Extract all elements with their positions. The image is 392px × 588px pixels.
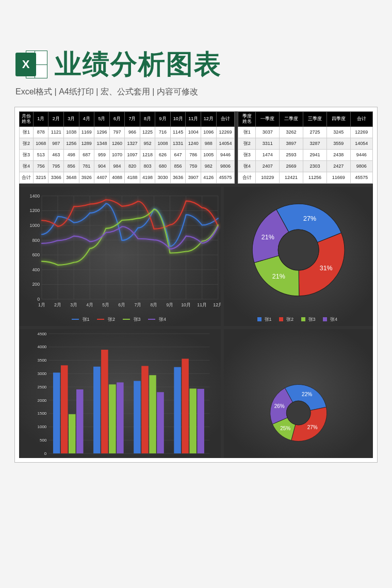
svg-rect-78 <box>182 358 189 453</box>
table-header: 4月 <box>79 112 94 127</box>
svg-rect-77 <box>174 367 181 453</box>
svg-rect-72 <box>117 382 124 453</box>
excel-icon: X <box>15 48 47 80</box>
svg-rect-75 <box>149 375 156 453</box>
table-header: 5月 <box>94 112 110 127</box>
table-row: 合计32153366364839264407408841884198303036… <box>20 172 235 183</box>
table-header: 6月 <box>109 112 125 127</box>
monthly-table: 月份 姓名1月2月3月4月5月6月7月8月9月10月11月12月合计 张1878… <box>19 111 235 184</box>
svg-text:3500: 3500 <box>38 358 47 363</box>
line-legend: 张1 张2 张3 张4 <box>19 316 221 323</box>
table-header: 2月 <box>48 112 64 127</box>
svg-text:400: 400 <box>32 267 40 272</box>
svg-rect-67 <box>69 414 76 453</box>
svg-text:500: 500 <box>40 438 47 443</box>
svg-text:800: 800 <box>32 237 40 242</box>
svg-text:8月: 8月 <box>151 302 158 307</box>
svg-text:31%: 31% <box>319 265 332 272</box>
bar-chart: 050010001500200025003000350040004500 <box>19 329 221 458</box>
svg-text:0: 0 <box>37 297 40 302</box>
table-row: 张187811211038116912967979661225716114510… <box>20 126 235 138</box>
page-title: 业绩分析图表 <box>55 46 222 83</box>
svg-text:3000: 3000 <box>38 371 47 376</box>
table-header: 9月 <box>155 112 171 127</box>
table-header: 1月 <box>33 112 48 127</box>
svg-text:12月: 12月 <box>213 302 220 307</box>
table-row: 张314742593294124389446 <box>238 149 373 160</box>
svg-rect-69 <box>93 367 101 453</box>
template-preview: 月份 姓名1月2月3月4月5月6月7月8月9月10月11月12月合计 张1878… <box>14 107 378 463</box>
svg-point-44 <box>278 230 319 270</box>
svg-text:4000: 4000 <box>38 345 47 349</box>
svg-text:11月: 11月 <box>197 302 207 307</box>
svg-rect-73 <box>134 381 141 453</box>
svg-text:600: 600 <box>32 252 40 257</box>
svg-text:22%: 22% <box>302 391 312 397</box>
table-row: 张2331138973287355914054 <box>238 138 373 149</box>
svg-point-85 <box>286 401 311 425</box>
table-header: 合计 <box>216 112 235 127</box>
table-corner: 季度 姓名 <box>238 112 256 127</box>
svg-rect-71 <box>109 384 116 453</box>
table-corner: 月份 姓名 <box>20 112 34 127</box>
table-header: 3月 <box>64 112 79 127</box>
table-header: 三季度 <box>303 112 326 127</box>
table-row: 张475679585678190498482080368085675998298… <box>20 160 235 172</box>
page-subtitle: Excel格式 | A4纸打印 | 宏、公式套用 | 内容可修改 <box>0 86 392 107</box>
svg-text:27%: 27% <box>307 424 317 430</box>
table-row: 张210689871256128913481260132795210081331… <box>20 138 235 149</box>
svg-text:6月: 6月 <box>118 302 125 307</box>
line-chart: 02004006008001000120014001月2月3月4月5月6月7月8… <box>19 187 221 326</box>
svg-text:1500: 1500 <box>38 411 47 416</box>
svg-text:27%: 27% <box>303 215 316 222</box>
table-row: 合计1022912421112561166945575 <box>238 172 373 183</box>
table-header: 四季度 <box>326 112 350 127</box>
svg-text:10月: 10月 <box>181 302 191 307</box>
table-row: 张424072669230324279806 <box>238 160 373 172</box>
svg-text:1000: 1000 <box>30 223 40 228</box>
table-header: 12月 <box>201 112 216 127</box>
svg-text:4500: 4500 <box>38 331 47 336</box>
svg-rect-70 <box>101 350 108 453</box>
svg-text:1000: 1000 <box>38 424 47 429</box>
svg-rect-66 <box>61 365 68 453</box>
table-header: 二季度 <box>280 112 303 127</box>
svg-rect-65 <box>53 372 60 453</box>
svg-text:2000: 2000 <box>38 398 47 402</box>
svg-text:26%: 26% <box>274 403 284 409</box>
svg-text:9月: 9月 <box>167 302 174 307</box>
svg-text:21%: 21% <box>272 273 285 280</box>
svg-rect-76 <box>157 392 164 453</box>
table-header: 一季度 <box>256 112 280 127</box>
svg-rect-74 <box>141 366 149 453</box>
svg-text:3月: 3月 <box>70 302 77 307</box>
svg-text:7月: 7月 <box>134 302 141 307</box>
svg-text:200: 200 <box>32 282 40 287</box>
svg-text:0: 0 <box>44 451 47 456</box>
svg-text:2500: 2500 <box>38 385 47 389</box>
table-row: 张1303732622725324512269 <box>238 126 373 138</box>
quarterly-table: 季度 姓名一季度二季度三季度四季度合计 张1303732622725324512… <box>238 111 373 184</box>
svg-text:5月: 5月 <box>102 302 109 307</box>
svg-text:21%: 21% <box>261 234 274 241</box>
table-header: 合计 <box>350 112 372 127</box>
svg-rect-79 <box>189 388 197 453</box>
svg-rect-80 <box>197 389 204 453</box>
donut-legend: 张1 张2 张3 张4 <box>224 316 373 323</box>
table-header: 8月 <box>140 112 155 127</box>
svg-text:4月: 4月 <box>86 302 93 307</box>
table-header: 10月 <box>170 112 186 127</box>
table-header: 7月 <box>125 112 140 127</box>
svg-text:25%: 25% <box>280 425 290 431</box>
excel-badge: X <box>15 53 36 76</box>
svg-text:1200: 1200 <box>30 208 40 213</box>
svg-text:1400: 1400 <box>30 193 40 199</box>
donut-chart-2: 22%27%25%26% <box>224 329 373 458</box>
svg-text:2月: 2月 <box>54 302 61 307</box>
donut-chart: 27%31%21%21% 张1 张2 张3 张4 <box>224 187 373 326</box>
table-header: 11月 <box>186 112 201 127</box>
table-row: 张351346349868795910701097121862664778610… <box>20 149 235 160</box>
svg-text:1月: 1月 <box>38 302 45 307</box>
svg-rect-68 <box>76 389 84 453</box>
header: X 业绩分析图表 <box>0 0 392 86</box>
